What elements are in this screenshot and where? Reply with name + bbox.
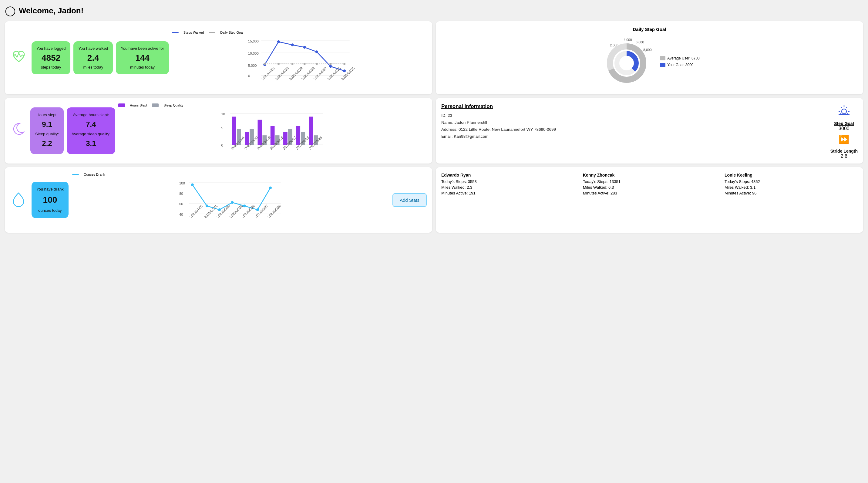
svg-point-14 — [343, 69, 346, 72]
svg-point-82 — [206, 205, 208, 207]
personal-info-title: Personal Information — [441, 103, 858, 110]
leader-1-miles: Miles Walked: 2.3 — [441, 185, 575, 190]
svg-text:2023/07/02: 2023/07/02 — [189, 204, 204, 219]
svg-text:15,000: 15,000 — [248, 39, 259, 43]
step-goal-title: Daily Step Goal — [441, 27, 858, 32]
svg-rect-47 — [257, 120, 262, 145]
svg-rect-49 — [271, 126, 275, 145]
leader-3-active: Minutes Active: 96 — [724, 191, 858, 195]
leader-2-miles: Miles Walked: 6.3 — [583, 185, 716, 190]
svg-text:8,000: 8,000 — [643, 48, 652, 52]
svg-point-13 — [329, 65, 332, 68]
svg-point-11 — [303, 46, 306, 49]
svg-point-12 — [315, 50, 318, 53]
leader-3-steps: Today's Steps: 4362 — [724, 179, 858, 184]
svg-point-18 — [304, 63, 306, 65]
svg-text:40: 40 — [179, 213, 183, 216]
leader-1-name: Edwardo Ryan — [441, 173, 575, 178]
svg-point-19 — [316, 63, 318, 65]
svg-text:100: 100 — [179, 181, 185, 185]
svg-point-64 — [842, 109, 846, 114]
water-chart-legend: Ounces Drank — [72, 173, 389, 176]
svg-text:2023/06/25: 2023/06/25 — [341, 66, 355, 81]
steps-chart-area: Steps Walked Daily Step Goal 15,000 10,0… — [172, 31, 427, 85]
active-stat-box: You have been active for 144 minutes tod… — [116, 41, 169, 74]
donut-chart: 8,000 6,000 4,000 2,000 — [599, 34, 654, 89]
svg-text:0: 0 — [248, 74, 250, 78]
avg-sleep-stat-box: Average hours slept: 7.4 Average sleep q… — [67, 108, 115, 154]
leader-3-miles: Miles Walked: 3.1 — [724, 185, 858, 190]
sleep-chart-area: Hours Slept Sleep Quality 10 5 0 — [118, 103, 427, 158]
water-stat-box: You have drank 100 ounces today — [32, 182, 68, 218]
svg-rect-53 — [296, 126, 300, 145]
personal-email: Email: Kari98@gmail.com — [441, 134, 858, 139]
svg-text:2023/06/30: 2023/06/30 — [275, 66, 290, 81]
svg-point-87 — [269, 187, 272, 189]
steps-stat-box: You have logged 4852 steps today — [32, 41, 70, 74]
water-card: You have drank 100 ounces today Ounces D… — [5, 167, 432, 233]
svg-text:0: 0 — [221, 144, 223, 147]
water-chart-area: Ounces Drank 100 80 60 40 — [72, 173, 389, 227]
svg-text:2023/07/01: 2023/07/01 — [261, 66, 276, 81]
leader-2-steps: Today's Steps: 13351 — [583, 179, 716, 184]
svg-point-86 — [256, 208, 259, 211]
svg-text:2023/06/27: 2023/06/27 — [254, 204, 269, 219]
svg-point-16 — [278, 63, 280, 65]
svg-line-68 — [841, 107, 842, 108]
donut-legend: Average User: 6780 Your Goal: 3000 — [660, 56, 700, 67]
steps-chart-legend: Steps Walked Daily Step Goal — [172, 31, 427, 34]
steps-line-chart: 15,000 10,000 5,000 0 — [172, 35, 427, 84]
leaderboard-card: Edwardo Ryan Today's Steps: 3553 Miles W… — [436, 167, 863, 233]
svg-text:10: 10 — [221, 112, 225, 116]
sunrise-icon — [830, 103, 858, 118]
svg-text:80: 80 — [179, 192, 183, 195]
leader-2-name: Kenny Zboncak — [583, 173, 716, 178]
heart-icon — [10, 48, 27, 68]
svg-rect-55 — [309, 117, 313, 145]
main-grid: You have logged 4852 steps today You hav… — [5, 21, 863, 233]
goal-legend-item: Your Goal: 3000 — [660, 63, 700, 67]
svg-text:2023/06/30: 2023/06/30 — [216, 204, 231, 219]
step-goal-card: Daily Step Goal 8,000 6,000 4,000 2,000 … — [436, 21, 863, 94]
svg-text:5,000: 5,000 — [248, 63, 257, 67]
add-stats-button[interactable]: Add Stats — [393, 193, 427, 207]
activity-card: You have logged 4852 steps today You hav… — [5, 21, 432, 94]
personal-right-panel: Step Goal 3000 ⏩ Stride Length 2.6 — [830, 103, 858, 159]
svg-point-84 — [231, 201, 234, 204]
water-line-chart: 100 80 60 40 — [72, 178, 389, 226]
leader-col-2: Kenny Zboncak Today's Steps: 13351 Miles… — [583, 173, 716, 227]
svg-text:5: 5 — [221, 126, 223, 130]
header: ◯ Welcome, Jadon! — [5, 5, 863, 17]
step-goal-value: 3000 — [830, 126, 858, 131]
svg-text:10,000: 10,000 — [248, 51, 259, 55]
moon-icon — [10, 121, 26, 141]
sleep-bar-chart: 10 5 0 — [118, 108, 427, 157]
svg-rect-43 — [232, 117, 236, 145]
avg-legend-item: Average User: 6780 — [660, 56, 700, 60]
sleep-chart-legend: Hours Slept Sleep Quality — [118, 103, 427, 107]
sleep-stat-box: Hours slept: 9.1 Sleep quality: 2.2 — [30, 108, 64, 154]
leader-col-3: Lonie Keeling Today's Steps: 4362 Miles … — [724, 173, 858, 227]
sleep-card: Hours slept: 9.1 Sleep quality: 2.2 Aver… — [5, 98, 432, 163]
leader-col-1: Edwardo Ryan Today's Steps: 3553 Miles W… — [441, 173, 575, 227]
svg-point-10 — [291, 43, 294, 46]
stride-length-label: Stride Length — [830, 149, 858, 153]
personal-address: Address: 0122 Little Route, New Lauriann… — [441, 127, 858, 132]
svg-point-9 — [277, 40, 280, 43]
svg-point-85 — [243, 205, 246, 207]
leader-3-name: Lonie Keeling — [724, 173, 858, 178]
leader-1-steps: Today's Steps: 3553 — [441, 179, 575, 184]
svg-point-20 — [329, 63, 332, 65]
leader-2-active: Minutes Active: 283 — [583, 191, 716, 195]
svg-point-15 — [264, 63, 266, 65]
step-goal-label: Step Goal — [830, 121, 858, 126]
user-icon: ◯ — [5, 5, 16, 17]
leader-1-active: Minutes Active: 191 — [441, 191, 575, 195]
svg-line-69 — [846, 107, 847, 108]
water-drop-icon — [10, 191, 27, 209]
personal-id: ID: 23 — [441, 113, 858, 118]
svg-point-81 — [191, 183, 194, 186]
svg-point-17 — [291, 63, 293, 65]
donut-area: 8,000 6,000 4,000 2,000 Average User: 67… — [599, 34, 700, 89]
svg-text:4,000: 4,000 — [624, 38, 632, 41]
